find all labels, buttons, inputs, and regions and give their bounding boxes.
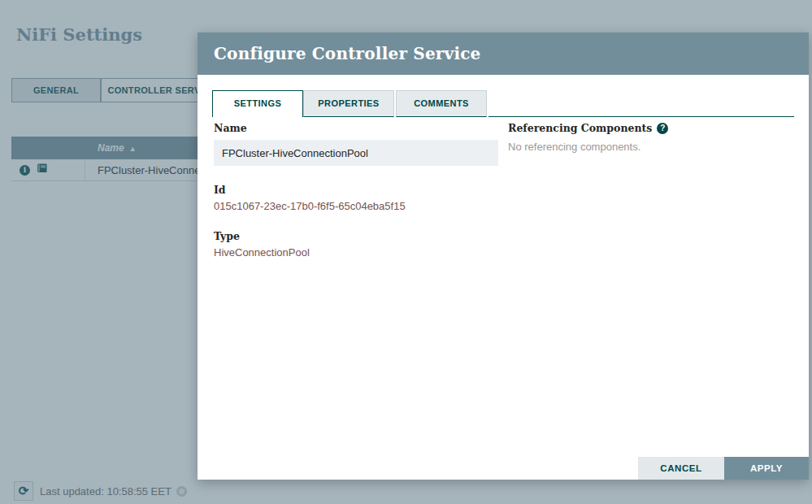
- referencing-components-label: Referencing Components: [508, 122, 652, 134]
- type-value: HiveConnectionPool: [214, 246, 498, 259]
- referencing-components-empty-text: No referencing components.: [508, 141, 668, 153]
- help-icon[interactable]: ?: [657, 123, 668, 134]
- id-value: 015c1067-23ec-17b0-f6f5-65c04eba5f15: [214, 200, 498, 212]
- name-input[interactable]: [214, 140, 498, 166]
- apply-button[interactable]: APPLY: [724, 457, 809, 480]
- id-label: Id: [214, 184, 498, 196]
- type-label: Type: [214, 230, 498, 242]
- tab-settings[interactable]: SETTINGS: [212, 90, 303, 117]
- configure-controller-service-dialog: Configure Controller Service SETTINGS PR…: [198, 33, 809, 480]
- referencing-components-section: Referencing Components ? No referencing …: [508, 122, 668, 153]
- dialog-title: Configure Controller Service: [214, 44, 481, 63]
- tab-bar-filler: [489, 90, 794, 117]
- dialog-tab-bar: SETTINGS PROPERTIES COMMENTS: [212, 90, 794, 117]
- tab-comments[interactable]: COMMENTS: [396, 90, 487, 117]
- dialog-header: Configure Controller Service: [198, 33, 809, 75]
- tab-properties[interactable]: PROPERTIES: [303, 90, 394, 117]
- dialog-footer-buttons: CANCEL APPLY: [638, 457, 809, 480]
- cancel-button[interactable]: CANCEL: [638, 457, 724, 480]
- name-label: Name: [214, 122, 498, 134]
- settings-left-column: Name Id 015c1067-23ec-17b0-f6f5-65c04eba…: [214, 122, 498, 259]
